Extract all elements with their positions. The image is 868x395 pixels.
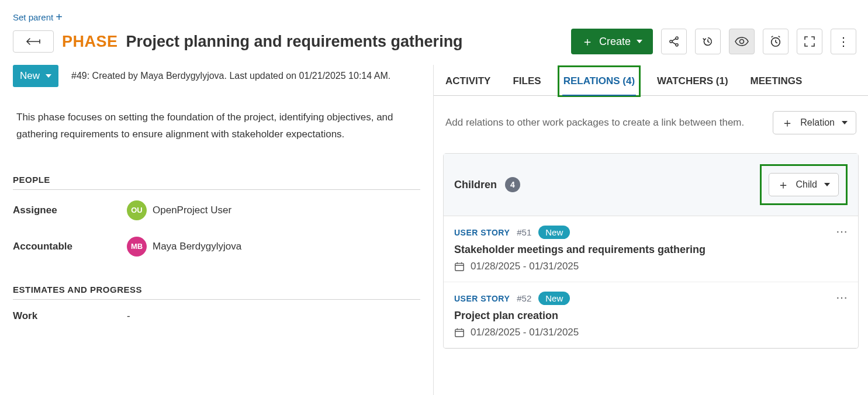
accountable-name: Maya Berdygylyjova xyxy=(153,241,241,252)
avatar: MB xyxy=(127,237,147,257)
create-label: Create xyxy=(599,36,631,48)
create-button[interactable]: ＋ Create xyxy=(571,29,653,54)
svg-rect-9 xyxy=(455,264,464,271)
calendar-icon xyxy=(454,327,465,338)
svg-line-3 xyxy=(672,39,676,41)
tab-files[interactable]: FILES xyxy=(511,67,542,95)
tab-relations[interactable]: RELATIONS (4) xyxy=(562,67,636,95)
expand-icon xyxy=(804,36,815,47)
back-icon xyxy=(26,37,41,46)
children-label: Children xyxy=(454,179,497,191)
back-button[interactable] xyxy=(13,30,54,53)
estimates-section-header: ESTIMATES AND PROGRESS xyxy=(13,285,420,300)
calendar-icon xyxy=(454,261,465,272)
svg-line-7 xyxy=(772,36,773,37)
plus-icon: ＋ xyxy=(777,177,789,193)
plus-icon: ＋ xyxy=(582,34,593,50)
svg-line-4 xyxy=(672,42,676,44)
kebab-icon: ⋮ xyxy=(838,39,849,44)
activity-history-button[interactable] xyxy=(695,29,721,54)
type-badge: PHASE xyxy=(62,33,118,51)
child-type: USER STORY xyxy=(454,228,510,237)
avatar: OU xyxy=(127,200,147,220)
status-badge: New xyxy=(538,292,570,305)
clock-icon xyxy=(769,35,782,48)
accountable-value[interactable]: MB Maya Berdygylyjova xyxy=(127,237,241,257)
child-type: USER STORY xyxy=(454,294,510,303)
chevron-down-icon xyxy=(824,183,830,186)
description[interactable]: This phase focuses on setting the founda… xyxy=(13,106,420,147)
meta-info: #49: Created by Maya Berdygylyjova. Last… xyxy=(71,71,390,81)
history-icon xyxy=(701,35,714,48)
details-pane: New #49: Created by Maya Berdygylyjova. … xyxy=(0,65,434,395)
child-btn-label: Child xyxy=(796,179,817,190)
child-title: Stakeholder meetings and requirements ga… xyxy=(454,244,848,256)
svg-line-8 xyxy=(779,36,780,37)
plus-icon: + xyxy=(56,11,63,24)
share-button[interactable] xyxy=(661,29,687,54)
assignee-label: Assignee xyxy=(13,205,127,216)
child-dates: 01/28/2025 - 01/31/2025 xyxy=(471,261,579,272)
chevron-down-icon xyxy=(842,121,848,124)
set-parent-label: Set parent xyxy=(13,12,53,22)
assignee-value[interactable]: OU OpenProject User xyxy=(127,200,231,220)
chevron-down-icon xyxy=(637,40,642,43)
tabs: ACTIVITY FILES RELATIONS (4) WATCHERS (1… xyxy=(434,67,868,96)
child-item[interactable]: USER STORY #51 New Stakeholder meetings … xyxy=(444,216,858,282)
child-more-button[interactable]: ⋯ xyxy=(836,290,849,304)
child-dates: 01/28/2025 - 01/31/2025 xyxy=(471,327,579,338)
add-child-button[interactable]: ＋ Child xyxy=(769,173,839,196)
tab-watchers[interactable]: WATCHERS (1) xyxy=(656,67,729,95)
child-id: #51 xyxy=(517,227,531,237)
svg-rect-13 xyxy=(455,330,464,337)
children-count-badge: 4 xyxy=(505,177,520,192)
plus-icon: ＋ xyxy=(781,115,793,131)
relations-help-text: Add relations to other work packages to … xyxy=(445,115,744,130)
people-section-header: PEOPLE xyxy=(13,175,420,190)
watch-button[interactable] xyxy=(729,29,755,54)
tab-activity[interactable]: ACTIVITY xyxy=(444,67,492,95)
more-actions-button[interactable]: ⋮ xyxy=(831,29,856,54)
relations-pane: ACTIVITY FILES RELATIONS (4) WATCHERS (1… xyxy=(434,65,868,395)
page-header: PHASE Project planning and requirements … xyxy=(0,24,868,65)
status-label: New xyxy=(20,70,40,82)
page-title[interactable]: Project planning and requirements gather… xyxy=(126,33,563,51)
child-more-button[interactable]: ⋯ xyxy=(836,224,849,238)
chevron-down-icon xyxy=(46,74,51,78)
set-parent-link[interactable]: Set parent + xyxy=(0,0,63,24)
child-item[interactable]: USER STORY #52 New Project plan creation… xyxy=(444,282,858,348)
eye-icon xyxy=(735,37,749,46)
child-id: #52 xyxy=(517,293,531,303)
fullscreen-button[interactable] xyxy=(797,29,822,54)
relation-btn-label: Relation xyxy=(800,117,835,128)
accountable-label: Accountable xyxy=(13,241,127,252)
work-label: Work xyxy=(13,310,127,322)
status-dropdown[interactable]: New xyxy=(13,65,58,87)
work-value[interactable]: - xyxy=(127,310,130,322)
children-panel: Children 4 ＋ Child USER STORY #51 New xyxy=(443,153,859,349)
child-title: Project plan creation xyxy=(454,310,848,322)
add-relation-button[interactable]: ＋ Relation xyxy=(773,111,856,134)
tab-meetings[interactable]: MEETINGS xyxy=(749,67,804,95)
status-badge: New xyxy=(538,226,570,239)
svg-point-5 xyxy=(740,40,744,44)
share-icon xyxy=(668,36,680,47)
reminder-button[interactable] xyxy=(763,29,789,54)
assignee-name: OpenProject User xyxy=(153,205,231,216)
